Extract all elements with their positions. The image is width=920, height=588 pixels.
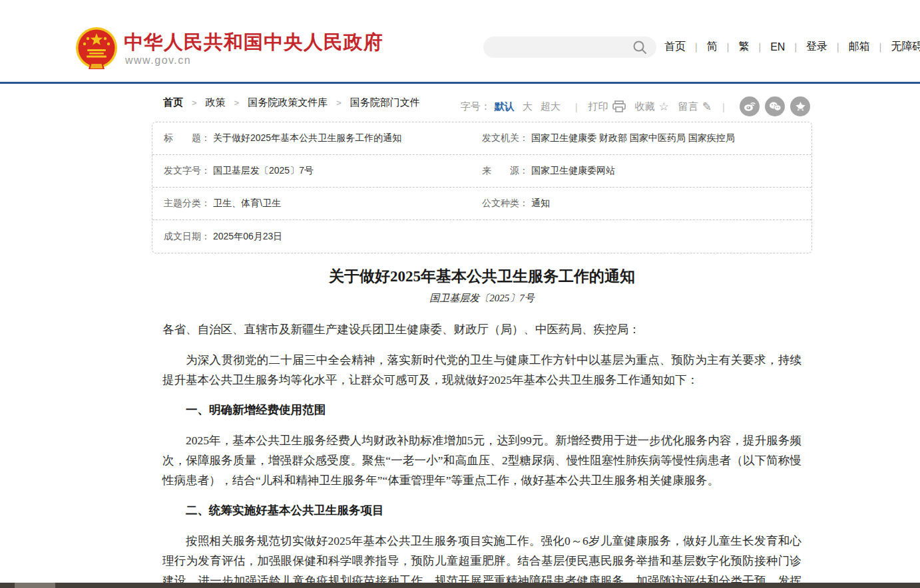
print-label: 打印 xyxy=(588,100,608,113)
meta-date-label: 成文日期： xyxy=(164,231,210,243)
comment-button[interactable]: 留言 ✎ xyxy=(678,100,712,114)
document-meta-table: 标 题： 关于做好2025年基本公共卫生服务工作的通知 发文机关： 国家卫生健康… xyxy=(152,122,812,253)
breadcrumb-department-docs[interactable]: 国务院部门文件 xyxy=(350,96,420,109)
breadcrumb-policy-library[interactable]: 国务院政策文件库 xyxy=(248,96,328,109)
meta-doctype-label: 公文种类： xyxy=(482,198,529,210)
main-content: 首页 > 政策 > 国务院政策文件库 > 国务院部门文件 字号： 默认 大 超大… xyxy=(152,86,812,588)
document-number: 国卫基层发〔2025〕7号 xyxy=(162,291,802,305)
breadcrumb-separator: > xyxy=(234,98,240,108)
site-title: 中华人民共和国中央人民政府 xyxy=(124,29,383,56)
site-header: 中华人民共和国中央人民政府 www.gov.cn 首页｜简｜繁｜EN｜登录｜邮箱… xyxy=(0,0,920,84)
weibo-share-icon[interactable] xyxy=(740,96,760,116)
search-icon[interactable] xyxy=(632,40,647,55)
scrollbar-thumb[interactable] xyxy=(15,583,55,588)
meta-row: 成文日期： 2025年06月23日 xyxy=(152,220,811,253)
favorite-label: 收藏 xyxy=(635,100,655,113)
font-size-big-button[interactable]: 大 xyxy=(523,100,533,113)
breadcrumb-separator: > xyxy=(336,98,342,108)
site-url: www.gov.cn xyxy=(125,55,191,67)
meta-date-value: 2025年06月23日 xyxy=(213,231,282,243)
meta-category-label: 主题分类： xyxy=(164,198,210,210)
share-icon-group xyxy=(740,96,810,116)
meta-row: 发文字号： 国卫基层发〔2025〕7号 来 源： 国家卫生健康委网站 xyxy=(152,155,811,188)
meta-issuer-value: 国家卫生健康委 财政部 国家中医药局 国家疾控局 xyxy=(531,132,735,144)
nav-accessibility[interactable]: 无障碍 xyxy=(891,40,920,54)
meta-doctype-value: 通知 xyxy=(531,198,550,210)
nav-traditional[interactable]: 繁 xyxy=(738,40,749,54)
breadcrumb-toolbar-row: 首页 > 政策 > 国务院政策文件库 > 国务院部门文件 字号： 默认 大 超大… xyxy=(152,96,812,111)
document-article: 关于做好2025年基本公共卫生服务工作的通知 国卫基层发〔2025〕7号 各省、… xyxy=(152,265,812,588)
nav-separator: ｜ xyxy=(833,41,843,53)
meta-source-value: 国家卫生健康委网站 xyxy=(531,165,615,177)
section-2-heading: 二、统筹实施好基本公共卫生服务项目 xyxy=(162,500,802,520)
star-icon: ☆ xyxy=(659,100,669,114)
nav-separator: ｜ xyxy=(791,41,800,53)
breadcrumb-policy[interactable]: 政策 xyxy=(206,96,226,109)
font-size-default-button[interactable]: 默认 xyxy=(495,100,515,113)
search-box[interactable] xyxy=(483,37,656,58)
section-2-paragraph: 按照相关服务规范切实做好2025年基本公共卫生服务项目实施工作。强化0～6岁儿童… xyxy=(162,531,802,588)
toolbar-separator: | xyxy=(575,101,578,112)
meta-source-label: 来 源： xyxy=(482,165,529,177)
nav-english[interactable]: EN xyxy=(770,41,785,53)
nav-mailbox[interactable]: 邮箱 xyxy=(849,40,870,54)
section-1-heading: 一、明确新增经费使用范围 xyxy=(162,400,802,420)
salutation-line: 各省、自治区、直辖市及新疆生产建设兵团卫生健康委、财政厅（局）、中医药局、疾控局… xyxy=(162,319,802,339)
nav-login[interactable]: 登录 xyxy=(806,40,827,54)
comment-label: 留言 xyxy=(678,100,698,113)
nav-home[interactable]: 首页 xyxy=(664,40,686,54)
national-emblem-logo xyxy=(75,27,118,72)
breadcrumb-separator: > xyxy=(192,98,197,108)
meta-docnum-value: 国卫基层发〔2025〕7号 xyxy=(213,165,314,177)
gov-portal-page: 中华人民共和国中央人民政府 www.gov.cn 首页｜简｜繁｜EN｜登录｜邮箱… xyxy=(0,0,920,588)
meta-docnum-label: 发文字号： xyxy=(164,165,210,177)
qzone-share-icon[interactable] xyxy=(790,96,810,116)
document-title: 关于做好2025年基本公共卫生服务工作的通知 xyxy=(162,265,802,287)
meta-row: 标 题： 关于做好2025年基本公共卫生服务工作的通知 发文机关： 国家卫生健康… xyxy=(152,122,811,155)
printer-icon xyxy=(612,100,626,112)
top-navigation: 首页｜简｜繁｜EN｜登录｜邮箱｜无障碍 xyxy=(664,40,920,54)
intro-paragraph: 为深入贯彻党的二十届三中全会精神，落实新时代党的卫生与健康工作方针中以基层为重点… xyxy=(162,350,802,390)
nav-separator: ｜ xyxy=(692,41,701,53)
toolbar-separator: | xyxy=(722,101,725,112)
print-button[interactable]: 打印 xyxy=(588,100,626,113)
wechat-share-icon[interactable] xyxy=(765,96,785,116)
meta-title-value: 关于做好2025年基本公共卫生服务工作的通知 xyxy=(213,132,401,144)
nav-separator: ｜ xyxy=(876,41,885,53)
font-size-huge-button[interactable]: 超大 xyxy=(541,100,561,113)
pencil-icon: ✎ xyxy=(702,100,712,114)
nav-separator: ｜ xyxy=(755,41,764,53)
nav-separator: ｜ xyxy=(724,41,733,53)
section-1-paragraph: 2025年，基本公共卫生服务经费人均财政补助标准增加5元，达到99元。新增经费用… xyxy=(162,430,802,490)
meta-title-label: 标 题： xyxy=(164,132,210,144)
meta-row: 主题分类： 卫生、体育\卫生 公文种类： 通知 xyxy=(152,188,811,220)
horizontal-scrollbar[interactable] xyxy=(0,583,920,588)
meta-category-value: 卫生、体育\卫生 xyxy=(213,198,281,210)
nav-simplified[interactable]: 简 xyxy=(707,40,718,54)
article-toolbar: 字号： 默认 大 超大 | 打印 收藏 ☆ xyxy=(461,96,810,116)
meta-issuer-label: 发文机关： xyxy=(482,132,529,144)
favorite-button[interactable]: 收藏 ☆ xyxy=(635,100,669,114)
search-input[interactable] xyxy=(493,37,626,58)
document-body: 各省、自治区、直辖市及新疆生产建设兵团卫生健康委、财政厅（局）、中医药局、疾控局… xyxy=(162,319,802,588)
font-size-label: 字号： xyxy=(461,100,491,113)
breadcrumb-home[interactable]: 首页 xyxy=(163,96,183,109)
